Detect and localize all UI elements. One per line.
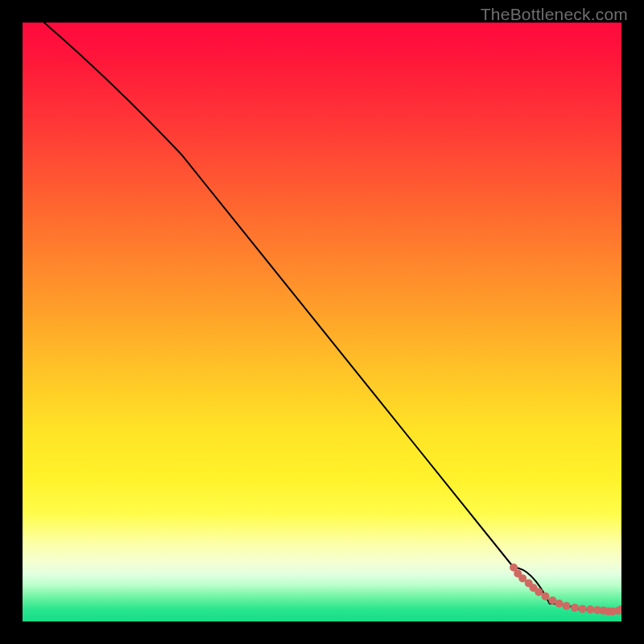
overlay-svg xyxy=(23,23,621,621)
dot xyxy=(535,588,543,597)
dot xyxy=(571,604,579,612)
bottleneck-curve xyxy=(44,23,621,611)
plot-area xyxy=(23,23,621,621)
dot xyxy=(586,605,594,613)
dot xyxy=(555,600,564,608)
watermark-text: TheBottleneck.com xyxy=(481,5,628,24)
dot xyxy=(563,602,571,610)
dot xyxy=(579,605,587,613)
chart-root: TheBottleneck.com xyxy=(0,0,644,644)
dot xyxy=(542,592,550,601)
curve-group xyxy=(44,23,621,611)
